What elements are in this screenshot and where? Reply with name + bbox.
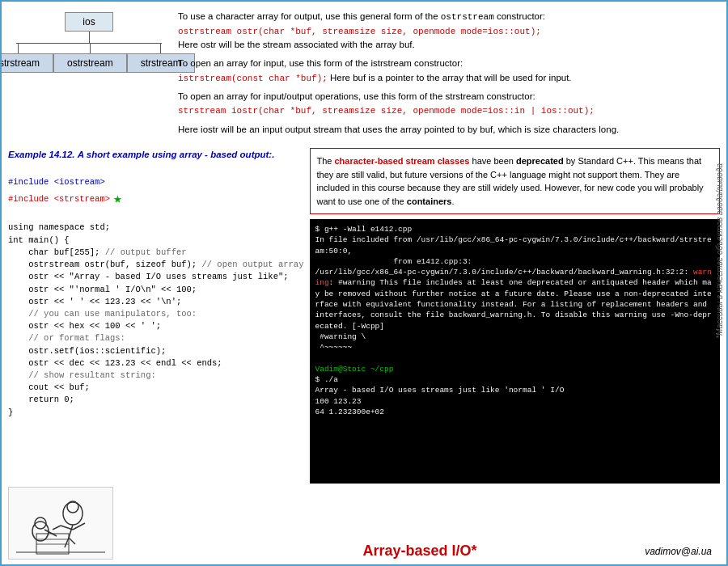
footer-bar: Array-based I/O* vadimov@ai.ua <box>120 543 720 560</box>
buf-decl: char buf[255]; // output buffer <box>8 247 187 257</box>
close-brace: } <box>8 408 13 417</box>
include-strstream: #include <strstream> <box>8 193 110 205</box>
deprecated-box: The character-based stream classes have … <box>310 148 720 214</box>
svg-line-4 <box>69 538 75 544</box>
return0: return 0; <box>8 395 74 404</box>
ostr-line1: ostr << "Array - based I/O uses streams … <box>8 272 289 281</box>
left-code-section: Example 14.12. A short example using arr… <box>8 148 303 484</box>
svg-line-5 <box>61 526 73 530</box>
svg-line-7 <box>53 526 61 530</box>
dep-text4: . <box>451 196 454 206</box>
comment3: // show resultant string: <box>8 370 156 380</box>
istrstream-container: istrstream <box>0 44 53 73</box>
ostr-hex: ostr << hex << 100 << ' '; <box>8 321 161 331</box>
int-main: int main() { <box>8 235 70 245</box>
footer-title-text: Array-based I/O <box>362 543 471 559</box>
bottom-section: Array-based I/O* vadimov@ai.ua <box>2 484 726 564</box>
example-number: Example 14.12. <box>8 150 74 159</box>
istrstream-line <box>18 44 19 53</box>
ios-box: ios <box>65 12 113 32</box>
ostr-setf: ostr.setf(ios::scientific); <box>8 346 166 356</box>
svg-line-13 <box>44 530 57 536</box>
right-content: The character-based stream classes have … <box>310 148 720 484</box>
side-text: *Массивы в качестве объектов ввода/вывод… <box>715 163 724 339</box>
svg-point-1 <box>67 501 78 513</box>
strstream-line <box>160 44 161 53</box>
footer-title: Array-based I/O* <box>323 543 518 560</box>
para1: To use a character array for output, use… <box>178 10 720 52</box>
terminal-box: $ g++ -Wall e1412.cpp In file included f… <box>310 219 720 484</box>
constructor-code1: ostrstream ostr(char *buf, streamsize si… <box>178 27 541 36</box>
left-diagram: ios istrstream ostrstream strstream <box>8 8 170 142</box>
cartoon-image <box>8 487 113 560</box>
code-block: #include <iostream> #include <strstream>… <box>8 164 303 431</box>
footer-asterisk: * <box>472 543 477 559</box>
ostr-line3: ostr << ' ' << 123.23 << '\n'; <box>8 297 181 306</box>
ostrstream-line <box>90 44 91 53</box>
footer-email: vadimov@ai.ua <box>517 546 712 557</box>
dep-text2: have been <box>469 156 516 166</box>
top-section: ios istrstream ostrstream strstream <box>2 2 726 148</box>
constructor-code2: istrstream(const char *buf); <box>178 74 328 83</box>
para2: To open an array for input, use this for… <box>178 57 720 85</box>
example-subtitle: A short example using array - based outp… <box>78 150 275 159</box>
using-namespace: using namespace std; <box>8 222 110 232</box>
dep-containers: containers <box>407 196 452 206</box>
children-row: istrstream ostrstream strstream <box>16 44 162 73</box>
para4: Here iostr will be an input output strea… <box>178 123 720 137</box>
para3: To open an array for input/output operat… <box>178 90 720 118</box>
ostrstream-box: ostrstream <box>53 53 127 73</box>
dep-deprecated: deprecated <box>516 156 564 166</box>
svg-point-0 <box>63 502 83 525</box>
cout-buf: cout << buf; <box>8 382 90 392</box>
ios-connector <box>89 32 90 43</box>
dep-bold-red: character-based stream classes <box>335 156 470 166</box>
main-container: ios istrstream ostrstream strstream <box>2 2 726 564</box>
ostrstream-inline: ostrstream <box>441 12 494 22</box>
star-icon: ★ <box>113 188 122 209</box>
comment2: // or format flags: <box>8 333 125 343</box>
svg-line-2 <box>69 525 73 538</box>
istrstream-box: istrstream <box>0 53 53 73</box>
cartoon-svg <box>12 489 109 558</box>
middle-section: Example 14.12. A short example using arr… <box>2 148 726 484</box>
include-strstream-line: #include <strstream>★ <box>8 188 303 209</box>
terminal-content: $ g++ -Wall e1412.cpp In file included f… <box>315 225 711 416</box>
dep-text1: The <box>316 156 334 166</box>
include-iostream: #include <iostream> <box>8 177 105 187</box>
hierarchy: ios istrstream ostrstream strstream <box>16 12 162 73</box>
right-text: To use a character array for output, use… <box>178 8 720 142</box>
svg-rect-8 <box>36 534 69 554</box>
constructor-code3: strstream iostr(char *buf, streamsize si… <box>178 106 595 116</box>
example-title: Example 14.12. A short example using arr… <box>8 148 303 162</box>
ostr-line2: ostr << "'normal ' I/O\n" << 100; <box>8 285 197 294</box>
comment1: // you can use manipulators, too: <box>8 309 197 319</box>
ostrstream-container: ostrstream <box>53 44 127 73</box>
ostr-dec: ostr << dec << 123.23 << endl << ends; <box>8 358 222 368</box>
ostr-decl: ostrstream ostr(buf, sizeof buf); // ope… <box>8 260 303 269</box>
